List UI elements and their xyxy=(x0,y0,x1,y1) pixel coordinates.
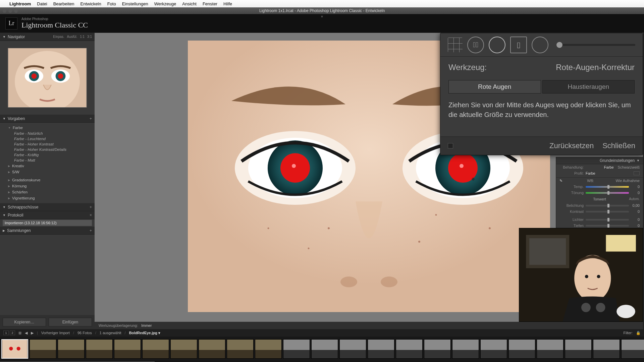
eyedropper-icon[interactable]: ✎ xyxy=(559,179,566,183)
presets-header[interactable]: ▼Vorgaben+ xyxy=(0,115,95,123)
profile-value[interactable]: Farbe xyxy=(586,171,595,175)
film-thumb[interactable] xyxy=(283,339,310,359)
highlights-slider[interactable] xyxy=(586,219,629,221)
menu-view[interactable]: Ansicht xyxy=(182,1,197,6)
film-thumb[interactable] xyxy=(170,339,197,359)
film-thumb[interactable] xyxy=(1,339,28,359)
shadows-slider[interactable] xyxy=(586,225,629,227)
menu-tools[interactable]: Werkzeuge xyxy=(154,1,176,6)
preset-group-curve[interactable]: Gradationskurve xyxy=(8,177,95,183)
film-thumb[interactable] xyxy=(480,339,507,359)
top-grip-icon[interactable]: ▼ xyxy=(320,15,324,18)
film-thumb[interactable] xyxy=(508,339,535,359)
film-thumb[interactable] xyxy=(424,339,451,359)
menu-app[interactable]: Lightroom xyxy=(9,1,31,6)
history-header[interactable]: ▼Protokoll× xyxy=(0,211,95,219)
treatment-color[interactable]: Farbe xyxy=(604,165,614,169)
preset-item[interactable]: Farbe - Leuchtend xyxy=(8,136,95,141)
preset-group-sharpen[interactable]: Schärfen xyxy=(8,189,95,195)
preset-item[interactable]: Farbe - Kräftig xyxy=(8,152,95,158)
preset-item[interactable]: Farbe - Natürlich xyxy=(8,131,95,136)
zoom-fit[interactable]: Einpas. xyxy=(53,35,64,39)
film-thumb[interactable] xyxy=(199,339,225,359)
mode-red-eyes[interactable]: Rote Augen xyxy=(448,80,541,94)
film-thumb[interactable] xyxy=(142,339,169,359)
film-thumb[interactable] xyxy=(339,339,366,359)
next-icon[interactable]: ▶ xyxy=(31,331,34,335)
preset-group-kreativ[interactable]: Kreativ xyxy=(8,163,95,169)
traffic-lights[interactable] xyxy=(3,9,18,13)
menu-file[interactable]: Datei xyxy=(37,1,47,6)
film-thumb[interactable] xyxy=(537,339,564,359)
grid-view-icon[interactable]: ⊞ xyxy=(18,331,21,335)
preset-group-grain[interactable]: Körnung xyxy=(8,183,95,189)
temp-slider[interactable] xyxy=(586,186,629,188)
paste-button[interactable]: Einfügen xyxy=(49,318,92,326)
filter-lock-icon[interactable]: 🔒 xyxy=(636,331,641,335)
preset-group-sw[interactable]: S/W xyxy=(8,169,95,175)
zoom-fill[interactable]: Ausfül. xyxy=(67,35,77,39)
menu-edit[interactable]: Bearbeiten xyxy=(53,1,74,6)
film-thumb[interactable] xyxy=(58,339,85,359)
tint-slider[interactable] xyxy=(586,192,629,194)
menu-window[interactable]: Fenster xyxy=(203,1,217,6)
wb-value[interactable]: Wie Aufnahme xyxy=(615,179,640,183)
add-collection-icon[interactable]: + xyxy=(90,228,92,233)
film-thumb[interactable] xyxy=(311,339,338,359)
current-file[interactable]: BoldRedEye.jpg ▾ xyxy=(129,331,160,335)
preset-item[interactable]: Farbe - Hoher Kontrast xyxy=(8,141,95,147)
add-preset-icon[interactable]: + xyxy=(90,116,92,121)
film-thumb[interactable] xyxy=(621,339,644,359)
film-thumb[interactable] xyxy=(227,339,254,359)
close-button[interactable]: Schließen xyxy=(602,141,635,150)
history-item[interactable]: Importieren (13.12.18 16:56:12) xyxy=(3,220,92,226)
prev-icon[interactable]: ◀ xyxy=(25,331,28,335)
menu-settings[interactable]: Einstellungen xyxy=(122,1,148,6)
film-thumb[interactable] xyxy=(368,339,394,359)
preset-item[interactable]: Farbe - Matt xyxy=(8,158,95,163)
copy-button[interactable]: Kopieren… xyxy=(3,318,46,326)
tone-auto[interactable]: Autom. xyxy=(629,197,640,201)
brush-size-slider[interactable] xyxy=(556,44,635,46)
secondary-display-icons[interactable]: 12 xyxy=(3,330,15,335)
preset-group-farbe[interactable]: Farbe xyxy=(8,125,95,131)
film-thumb[interactable] xyxy=(593,339,620,359)
source-label[interactable]: Vorheriger Import xyxy=(41,331,70,335)
preset-group-vignette[interactable]: Vignettierung xyxy=(8,195,95,201)
snapshots-header[interactable]: ▼Schnappschüsse+ xyxy=(0,203,95,211)
filter-label[interactable]: Filter: xyxy=(624,331,633,335)
reset-button[interactable]: Zurücksetzen xyxy=(549,141,594,150)
menu-help[interactable]: Hilfe xyxy=(223,1,232,6)
treatment-bw[interactable]: Schwarzweiß xyxy=(618,165,640,169)
contrast-slider[interactable] xyxy=(586,211,629,213)
menu-photo[interactable]: Foto xyxy=(107,1,116,6)
exposure-slider[interactable] xyxy=(586,205,629,206)
film-thumb[interactable] xyxy=(86,339,113,359)
preset-item[interactable]: Farbe - Hoher Kontrast/Details xyxy=(8,147,95,152)
zoom-3to1[interactable]: 3:1 xyxy=(87,35,92,39)
redeye-tool-icon[interactable] xyxy=(489,37,505,53)
menu-develop[interactable]: Entwickeln xyxy=(80,1,101,6)
basic-title[interactable]: Grundeinstellungen xyxy=(600,158,635,163)
add-snapshot-icon[interactable]: + xyxy=(90,205,92,209)
film-thumb[interactable] xyxy=(452,339,479,359)
gradient-tool-icon[interactable]: ▯ xyxy=(510,37,527,53)
navigator-preview[interactable] xyxy=(0,41,95,115)
profile-grid-icon[interactable] xyxy=(634,171,640,175)
film-thumb[interactable] xyxy=(565,339,592,359)
clear-history-icon[interactable]: × xyxy=(90,213,92,218)
radial-tool-icon[interactable] xyxy=(532,37,548,53)
film-thumb[interactable] xyxy=(30,339,56,359)
spot-tool-icon[interactable]: ◯⃕ xyxy=(467,37,484,53)
mode-pet-eyes[interactable]: Haustieraugen xyxy=(542,80,635,94)
film-thumb[interactable] xyxy=(114,339,141,359)
navigator-header[interactable]: ▼ Navigator Einpas. Ausfül. 1:1 3:1 xyxy=(0,33,95,41)
overlay-value[interactable]: Immer xyxy=(141,323,152,327)
collections-header[interactable]: ▶Sammlungen+ xyxy=(0,227,95,235)
film-thumb[interactable] xyxy=(396,339,423,359)
image-stage[interactable]: ⌖ ◯⃕ ▯ Werkzeug:Rote-Augen-Korrektur Rot… xyxy=(95,33,643,322)
zoom-1to1[interactable]: 1:1 xyxy=(80,35,85,39)
film-thumb[interactable] xyxy=(255,339,282,359)
crop-tool-icon[interactable] xyxy=(448,38,463,52)
overlay-toggle[interactable] xyxy=(448,143,453,148)
